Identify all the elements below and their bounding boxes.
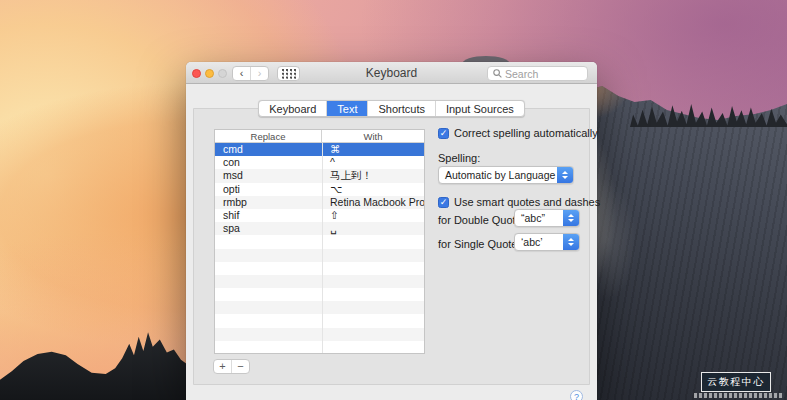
- table-row[interactable]: rmbp Retina Macbook Pro: [215, 196, 424, 209]
- table-row-empty: [215, 275, 424, 288]
- table-row-empty: [215, 341, 424, 354]
- tab-keyboard[interactable]: Keyboard: [259, 101, 327, 116]
- check-icon: ✓: [440, 198, 448, 207]
- text-replacements-table[interactable]: Replace With cmd ⌘ con ^ msd 马上到！ opti: [214, 129, 425, 354]
- correct-spelling-checkbox[interactable]: ✓: [438, 128, 449, 139]
- table-row[interactable]: opti ⌥: [215, 183, 424, 196]
- watermark-subtext: [694, 393, 784, 398]
- column-divider: [322, 143, 323, 354]
- single-quotes-popup-value: ‘abc’: [515, 236, 563, 248]
- tab-input-sources[interactable]: Input Sources: [436, 101, 524, 116]
- spelling-popup-value: Automatic by Language: [439, 169, 557, 181]
- tab-shortcuts[interactable]: Shortcuts: [368, 101, 435, 116]
- check-icon: ✓: [440, 129, 448, 138]
- forward-button: ›: [251, 67, 268, 80]
- grid-icon: [282, 69, 296, 79]
- correct-spelling-label: Correct spelling automatically: [454, 127, 598, 139]
- watermark-badge: 云教程中心: [701, 372, 771, 392]
- search-input[interactable]: [505, 68, 582, 80]
- table-row[interactable]: shif ⇧: [215, 209, 424, 222]
- double-quotes-popup[interactable]: “abc”: [514, 209, 580, 227]
- table-row[interactable]: cmd ⌘: [215, 143, 424, 156]
- table-header: Replace With: [215, 130, 424, 143]
- tabs-segmented-control: Keyboard Text Shortcuts Input Sources: [258, 100, 525, 117]
- table-row-empty: [215, 249, 424, 262]
- correct-spelling-row: ✓ Correct spelling automatically: [438, 127, 598, 139]
- help-button[interactable]: ?: [570, 390, 583, 400]
- table-row-empty: [215, 314, 424, 327]
- title-bar[interactable]: Keyboard ‹ ›: [186, 62, 597, 84]
- search-icon: [493, 69, 502, 78]
- watermark-text: 云教程中心: [707, 375, 765, 389]
- single-quotes-label: for Single Quotes: [438, 238, 523, 250]
- table-row-empty: [215, 288, 424, 301]
- show-all-button[interactable]: [277, 66, 300, 81]
- column-header-replace: Replace: [215, 130, 322, 142]
- table-row[interactable]: msd 马上到！: [215, 169, 424, 182]
- table-row-empty: [215, 328, 424, 341]
- popup-stepper-icon: [563, 234, 579, 250]
- table-row-empty: [215, 235, 424, 248]
- tab-text[interactable]: Text: [327, 101, 368, 116]
- remove-replacement-button[interactable]: −: [232, 360, 249, 373]
- spelling-popup[interactable]: Automatic by Language: [438, 166, 574, 184]
- table-row[interactable]: con ^: [215, 156, 424, 169]
- column-header-with: With: [322, 130, 424, 142]
- smart-quotes-label: Use smart quotes and dashes: [454, 196, 600, 208]
- table-row-empty: [215, 262, 424, 275]
- table-body: cmd ⌘ con ^ msd 马上到！ opti ⌥ rmbp Retin: [215, 143, 424, 354]
- add-remove-segmented-control: + −: [213, 359, 250, 374]
- single-quotes-popup[interactable]: ‘abc’: [514, 233, 580, 251]
- tab-bar: Keyboard Text Shortcuts Input Sources: [186, 100, 597, 117]
- table-row[interactable]: spa ␣: [215, 222, 424, 235]
- nav-segmented-control: ‹ ›: [232, 66, 269, 81]
- back-button[interactable]: ‹: [233, 67, 251, 80]
- spelling-label: Spelling:: [438, 152, 480, 164]
- popup-stepper-icon: [563, 210, 579, 226]
- double-quotes-popup-value: “abc”: [515, 212, 563, 224]
- smart-quotes-checkbox[interactable]: ✓: [438, 197, 449, 208]
- smart-quotes-row: ✓ Use smart quotes and dashes: [438, 196, 600, 208]
- search-field[interactable]: [487, 66, 588, 81]
- text-tab-panel: Replace With cmd ⌘ con ^ msd 马上到！ opti: [193, 108, 590, 385]
- table-row-empty: [215, 301, 424, 314]
- keyboard-preferences-window: Keyboard ‹ › Keyboard Text Shortcuts Inp…: [186, 62, 597, 400]
- add-replacement-button[interactable]: +: [214, 360, 232, 373]
- popup-stepper-icon: [557, 167, 573, 183]
